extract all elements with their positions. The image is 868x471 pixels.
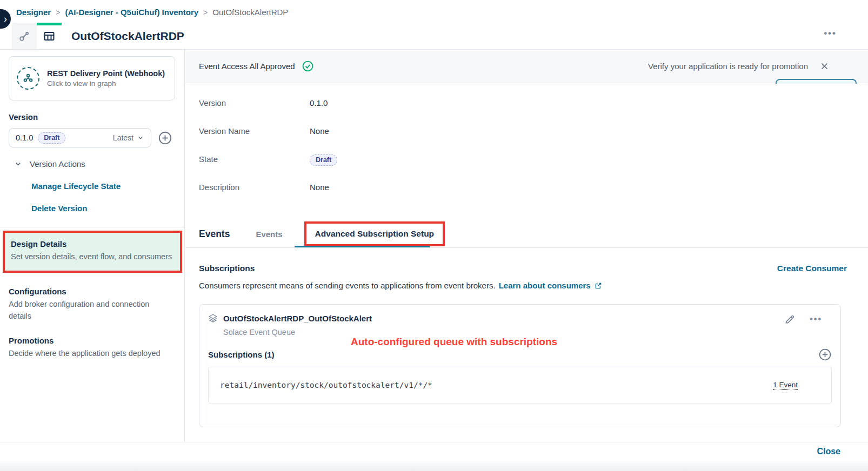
consumer-more-options-button[interactable]: ••• (810, 314, 822, 324)
annotation-text: Auto-configured queue with subscriptions (351, 336, 557, 348)
breadcrumb-separator: > (203, 8, 208, 17)
sidebar: REST Delivery Point (Webhook) Click to v… (0, 50, 185, 442)
entity-card-rdp[interactable]: REST Delivery Point (Webhook) Click to v… (9, 56, 175, 100)
learn-about-consumers-link[interactable]: Learn about consumers (499, 281, 591, 290)
consumer-name: OutOfStockAlertRDP_OutOfStockAlert (223, 314, 372, 323)
main-content: Event Access All Approved Verify your ap… (185, 50, 868, 442)
event-access-status: Event Access All Approved (199, 60, 314, 72)
version-value: 0.1.0 (16, 133, 33, 142)
tab-advanced-subscription-setup[interactable]: Advanced Subscription Setup (315, 229, 434, 239)
tab-list-view[interactable] (37, 23, 62, 49)
version-section-label: Version (9, 112, 184, 122)
subscriptions-description: Consumers represent means of sending eve… (199, 281, 603, 290)
app-window: Designer > (AI-Designer - Q5uiChuf) Inve… (0, 0, 868, 471)
nav-item-description: Decide where the application gets deploy… (9, 348, 174, 360)
bottom-fade (0, 459, 868, 471)
detail-row-state: State Draft (199, 153, 337, 164)
partially-hidden-promotion-button[interactable] (776, 79, 857, 84)
detail-row-version-name: Version Name None (199, 125, 337, 136)
nav-item-title: Configurations (9, 287, 174, 296)
latest-label: Latest (113, 133, 144, 142)
nav-item-title: Promotions (9, 336, 174, 345)
rdp-webhook-icon (17, 67, 39, 90)
graph-view-icon (18, 30, 30, 42)
add-version-button[interactable] (158, 131, 172, 145)
detail-row-version: Version 0.1.0 (199, 97, 337, 108)
entity-card-text: REST Delivery Point (Webhook) Click to v… (47, 69, 165, 88)
events-section-header: Events Events Advanced Subscription Setu… (199, 220, 445, 247)
approved-check-icon (302, 60, 314, 72)
breadcrumb-inventory[interactable]: (AI-Designer - Q5uiChuf) Inventory (65, 8, 198, 17)
manage-lifecycle-link[interactable]: Manage Lifecycle State (31, 181, 184, 191)
consumer-type: Solace Event Queue (223, 328, 832, 337)
version-row: 0.1.0 Draft Latest (9, 128, 184, 147)
subscriptions-count-row: Subscriptions (1) (208, 348, 832, 361)
tabs-divider (185, 247, 868, 248)
nav-item-description: Set version details, event flow, and con… (11, 251, 174, 263)
annotation-highlight-box: Advanced Subscription Setup (304, 221, 445, 246)
event-count-link[interactable]: 1 Event (773, 381, 798, 390)
chevron-right-icon: › (4, 14, 7, 24)
breadcrumb-current: OutOfStockAlertRDP (212, 8, 288, 17)
entity-card-title: REST Delivery Point (Webhook) (47, 69, 165, 78)
header-more-options-button[interactable]: ••• (824, 28, 837, 39)
nav-item-description: Add broker configuration and connection … (9, 299, 174, 322)
tab-events[interactable]: Events (256, 230, 282, 239)
external-link-icon (594, 281, 603, 290)
breadcrumb-designer[interactable]: Designer (16, 8, 51, 17)
sidebar-item-promotions[interactable]: Promotions Decide where the application … (9, 336, 174, 360)
tab-graph-view[interactable] (12, 23, 37, 49)
table-view-icon (43, 30, 56, 43)
chevron-down-icon (14, 160, 22, 168)
sidebar-item-configurations[interactable]: Configurations Add broker configuration … (9, 287, 174, 322)
breadcrumb-separator: > (56, 8, 60, 17)
dismiss-banner-button[interactable] (820, 62, 829, 71)
add-subscription-button[interactable] (818, 348, 832, 361)
consumer-card: OutOfStockAlertRDP_OutOfStockAlert ••• S… (199, 304, 841, 427)
subscription-row: retail/inventory/stock/outofstockalert/v… (208, 367, 832, 403)
sidebar-divider (0, 227, 184, 227)
events-heading: Events (199, 228, 230, 240)
breadcrumb: Designer > (AI-Designer - Q5uiChuf) Inve… (16, 8, 288, 17)
edit-consumer-button[interactable] (784, 313, 796, 325)
version-select[interactable]: 0.1.0 Draft Latest (9, 128, 151, 147)
close-button[interactable]: Close (817, 447, 840, 456)
promotion-banner: Verify your application is ready for pro… (648, 62, 829, 71)
detail-value: None (310, 126, 329, 136)
subscription-topic: retail/inventory/stock/outofstockalert/v… (220, 381, 432, 389)
delete-version-link[interactable]: Delete Version (31, 204, 184, 213)
page-title: OutOfStockAlertRDP (71, 30, 184, 43)
detail-value: None (310, 183, 329, 192)
create-consumer-button[interactable]: Create Consumer (777, 264, 847, 273)
detail-value: 0.1.0 (310, 98, 328, 107)
version-state-badge: Draft (38, 132, 65, 144)
subscriptions-count-label: Subscriptions (1) (208, 350, 275, 359)
version-actions-label: Version Actions (30, 159, 85, 169)
subscriptions-heading: Subscriptions (199, 264, 255, 273)
detail-row-description: Description None (199, 181, 337, 192)
version-actions-toggle[interactable]: Version Actions (14, 159, 184, 169)
nav-item-title: Design Details (11, 239, 174, 248)
footer-divider (0, 442, 868, 442)
chevron-down-icon (137, 134, 144, 142)
version-details: Version 0.1.0 Version Name None State Dr… (199, 97, 337, 210)
sidebar-item-design-details[interactable]: Design Details Set version details, even… (3, 231, 182, 273)
queue-icon (208, 313, 218, 323)
entity-card-subtitle: Click to view in graph (47, 79, 165, 88)
status-band: Event Access All Approved Verify your ap… (185, 50, 868, 83)
detail-label: Description (199, 183, 310, 192)
panel-collapse-handle[interactable]: › (0, 9, 11, 29)
detail-label: Version Name (199, 126, 310, 136)
detail-label: State (199, 154, 310, 164)
title-bar: OutOfStockAlertRDP (12, 23, 184, 49)
detail-label: Version (199, 98, 310, 107)
consumer-card-header: OutOfStockAlertRDP_OutOfStockAlert ••• (208, 313, 832, 325)
subscriptions-header: Subscriptions Create Consumer (199, 264, 847, 273)
state-draft-badge: Draft (310, 154, 337, 166)
